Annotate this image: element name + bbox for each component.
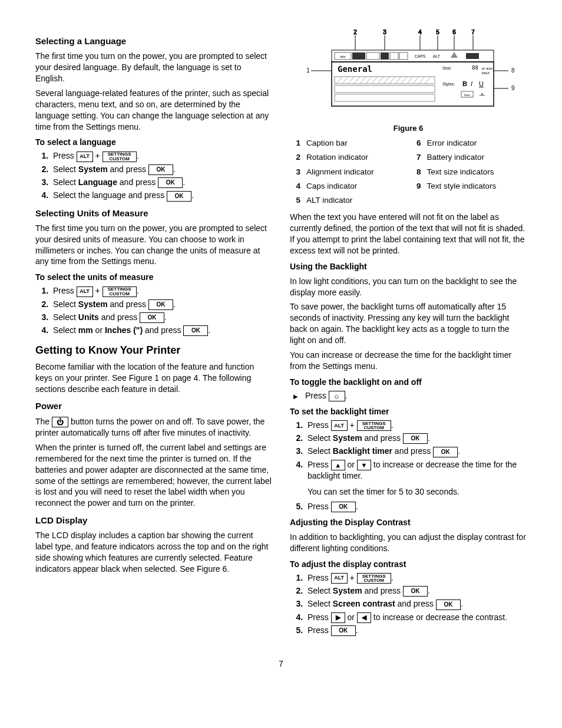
svg-text:abc: abc	[340, 55, 346, 58]
list-item: Select Units and press OK.	[51, 312, 272, 323]
svg-line-51	[372, 77, 378, 84]
svg-line-52	[378, 77, 384, 84]
note-timer-range: You can set the timer for 5 to 30 second…	[308, 486, 527, 498]
list-item: Press OK.	[305, 625, 527, 636]
list-item: Press ALT + SETTINGS CUSTOM.	[305, 572, 527, 584]
ok-key-icon: OK	[148, 299, 173, 310]
para-lcd-1: The LCD display includes a caption bar s…	[35, 530, 272, 575]
page-number: 7	[35, 658, 527, 670]
svg-text:9: 9	[511, 85, 514, 91]
alt-key-icon: ALT	[331, 573, 348, 584]
ok-key-icon: OK	[433, 447, 458, 457]
para-power-2: When the printer is turned off, the curr…	[35, 442, 272, 509]
svg-rect-43	[335, 85, 435, 93]
svg-text:Size:: Size:	[442, 66, 452, 70]
svg-text:5: 5	[436, 29, 439, 35]
steps-backlight-timer: Press ALT + SETTINGS CUSTOM. Select Syst…	[290, 420, 527, 512]
svg-line-50	[366, 77, 372, 84]
subhead-select-units: To select the units of measure	[35, 272, 272, 283]
svg-line-58	[413, 77, 419, 84]
heading-getting-to-know: Getting to Know Your Printer	[35, 343, 272, 357]
ok-key-icon: OK	[167, 191, 191, 202]
heading-power: Power	[35, 400, 272, 412]
para-lang-1: The first time you turn on the power, yo…	[35, 51, 272, 84]
page-columns: Selecting a Language The first time you …	[35, 29, 527, 641]
list-item: Press ▲ or ▼ to increase or decrease the…	[305, 459, 527, 498]
svg-line-53	[384, 77, 389, 84]
svg-text:7: 7	[471, 29, 475, 35]
svg-text:box: box	[464, 93, 470, 97]
alt-key-icon: ALT	[331, 420, 348, 431]
ok-key-icon: OK	[403, 586, 428, 597]
heading-select-language: Selecting a Language	[35, 35, 272, 47]
svg-rect-22	[352, 52, 365, 60]
alt-key-icon: ALT	[77, 286, 93, 297]
legend-6: Error indicator	[427, 138, 527, 149]
para-backlight-1: In low light conditions, you can turn on…	[290, 276, 527, 298]
ok-key-icon: OK	[140, 312, 164, 323]
svg-text:U: U	[479, 80, 484, 87]
para-lang-2: Several language-related features of the…	[35, 88, 272, 133]
heading-backlight: Using the Backlight	[290, 261, 527, 272]
list-item: Select Screen contrast and press OK.	[305, 598, 527, 610]
settings-key-icon: SETTINGS CUSTOM	[103, 151, 137, 162]
figure-legend: 1Caption bar 6Error indicator 2Rotation …	[290, 138, 527, 206]
down-arrow-key-icon: ▼	[357, 460, 371, 470]
para-after-figure: When the text you have entered will not …	[290, 212, 527, 256]
para-power-1: The ⏻ button turns the power on and off.…	[35, 416, 272, 439]
svg-text:-A-: -A-	[479, 92, 485, 97]
svg-text:1: 1	[306, 67, 310, 74]
legend-4: Caps indicator	[306, 181, 405, 192]
svg-line-45	[336, 77, 342, 84]
heading-lcd-display: LCD Display	[35, 515, 272, 526]
list-item: Press OK.	[305, 501, 527, 512]
svg-rect-23	[366, 52, 379, 60]
svg-line-47	[348, 77, 354, 84]
legend-8: Text size indicators	[427, 167, 527, 177]
svg-line-57	[407, 77, 413, 84]
svg-line-55	[395, 77, 401, 84]
svg-text:B: B	[462, 80, 467, 87]
right-arrow-key-icon: ▶	[331, 612, 345, 623]
para-backlight-3: You can increase or decrease the time fo…	[290, 350, 527, 372]
subhead-select-language: To select a language	[35, 137, 272, 148]
svg-rect-29	[466, 53, 479, 59]
power-key-icon: ⏻	[52, 417, 68, 427]
svg-text:88: 88	[472, 65, 478, 71]
figure-6: 2 3 4 5 6 7 1 8 9 abc	[290, 29, 527, 133]
ok-key-icon: OK	[158, 177, 183, 188]
list-item: Select System and press OK.	[51, 299, 272, 310]
list-item: Press ALT + SETTINGS CUSTOM.	[305, 420, 527, 431]
svg-rect-25	[390, 52, 398, 60]
svg-text:General: General	[338, 64, 372, 74]
list-item: Press ▶ or ◀ to increase or decrease the…	[305, 612, 527, 623]
steps-select-language: Press ALT + SETTINGS CUSTOM. Select Syst…	[35, 150, 272, 201]
ok-key-icon: OK	[331, 625, 356, 636]
list-item: Select Language and press OK.	[51, 177, 272, 188]
svg-rect-24	[381, 52, 389, 60]
settings-key-icon: SETTINGS CUSTOM	[357, 420, 391, 431]
list-item: Select Backlight timer and press OK.	[305, 446, 527, 457]
ok-key-icon: OK	[183, 325, 208, 336]
ok-key-icon: OK	[331, 502, 356, 512]
legend-2: Rotation indicator	[306, 152, 405, 163]
para-backlight-2: To save power, the backlight turns off a…	[290, 301, 527, 346]
list-item: Press ALT + SETTINGS CUSTOM.	[51, 285, 272, 297]
list-item: Select System and press OK.	[305, 585, 527, 597]
legend-7: Battery indicator	[427, 152, 527, 163]
svg-line-48	[354, 77, 360, 84]
svg-text:pt auto: pt auto	[482, 67, 493, 70]
subhead-adjust-contrast: To adjust the display contrast	[290, 559, 527, 570]
heading-adjust-contrast: Adjusting the Display Contrast	[290, 517, 527, 528]
svg-rect-44	[335, 94, 435, 101]
svg-text:3: 3	[383, 29, 386, 35]
steps-select-units: Press ALT + SETTINGS CUSTOM. Select Syst…	[35, 285, 272, 336]
svg-line-60	[425, 77, 431, 84]
list-item: Select mm or Inches (") and press OK.	[51, 325, 272, 336]
subhead-toggle-backlight: To toggle the backlight on and off	[290, 377, 527, 388]
para-units-1: The first time you turn on the power, yo…	[35, 223, 272, 268]
ok-key-icon: OK	[403, 433, 428, 444]
settings-key-icon: SETTINGS CUSTOM	[103, 286, 137, 297]
settings-key-icon: SETTINGS CUSTOM	[357, 573, 391, 584]
legend-3: Alignment indicator	[306, 167, 405, 177]
